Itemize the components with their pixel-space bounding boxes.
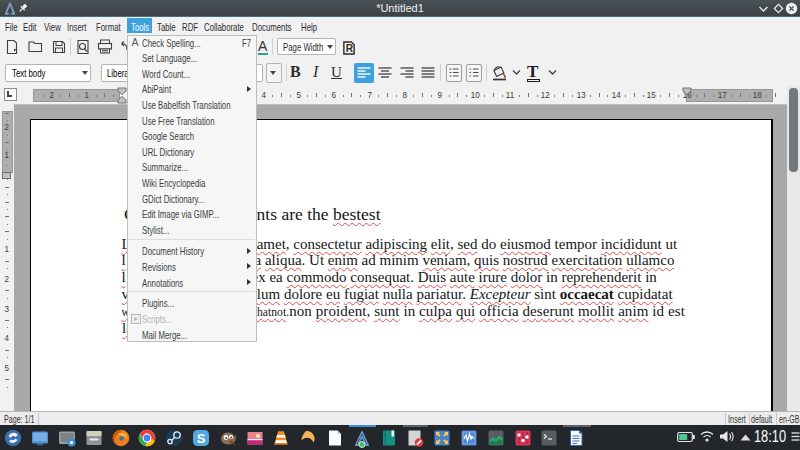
svg-text:R: R: [346, 43, 354, 54]
svg-text:A: A: [131, 37, 138, 48]
svg-text:S: S: [197, 431, 206, 446]
